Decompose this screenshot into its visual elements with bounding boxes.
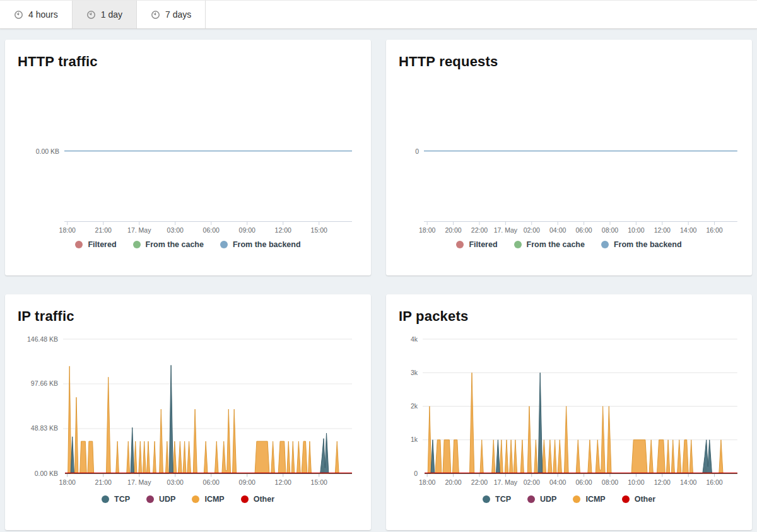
legend-item-icmp[interactable]: ICMP: [192, 495, 224, 504]
x-tick-label: 12:00: [275, 478, 291, 486]
x-tick-label: 20:00: [445, 226, 461, 234]
legend-label: Other: [635, 495, 655, 504]
http-traffic-legend: FilteredFrom the cacheFrom the backend: [16, 240, 360, 249]
legend-item-tcp[interactable]: TCP: [102, 495, 130, 504]
legend-item-filtered[interactable]: Filtered: [456, 240, 497, 249]
legend-label: From the cache: [527, 240, 585, 249]
legend-item-udp[interactable]: UDP: [527, 495, 556, 504]
legend-marker: [622, 495, 630, 503]
legend-item-udp[interactable]: UDP: [146, 495, 175, 504]
tab-4-hours[interactable]: 4 hours: [0, 1, 73, 28]
legend-item-filtered[interactable]: Filtered: [75, 240, 116, 249]
y-tick-label: 0: [414, 470, 418, 477]
x-tick-label: 06:00: [203, 478, 220, 486]
legend-marker: [527, 495, 535, 503]
chart-title-http-requests: HTTP requests: [399, 54, 741, 70]
series-icmp: [65, 366, 352, 473]
x-tick-label: 10:00: [628, 478, 644, 486]
x-tick-label: 18:00: [419, 226, 435, 234]
x-tick-label: 21:00: [95, 226, 112, 234]
legend-marker: [220, 241, 228, 248]
x-tick-label: 08:00: [602, 226, 618, 234]
y-tick-label: 48.83 KB: [31, 424, 58, 432]
legend-marker: [514, 241, 522, 248]
legend-label: Other: [254, 495, 274, 504]
legend-marker: [456, 241, 464, 248]
legend-item-other[interactable]: Other: [241, 495, 274, 504]
legend-item-from-the-backend[interactable]: From the backend: [220, 240, 301, 249]
x-tick-label: 12:00: [654, 226, 671, 234]
legend-label: Filtered: [88, 240, 116, 249]
legend-item-from-the-cache[interactable]: From the cache: [133, 240, 204, 249]
x-tick-label: 12:00: [654, 478, 671, 486]
y-tick-label: 3k: [411, 369, 418, 376]
legend-marker: [483, 495, 490, 503]
legend-label: TCP: [495, 495, 511, 504]
x-tick-label: 06:00: [203, 226, 220, 234]
y-axis-label: 0.00 KB: [36, 147, 59, 155]
tab-label: 7 days: [165, 9, 191, 20]
x-tick-label: 12:00: [275, 226, 291, 234]
legend-label: TCP: [114, 495, 130, 504]
legend-item-from-the-backend[interactable]: From the backend: [601, 240, 682, 249]
legend-label: Filtered: [469, 240, 497, 249]
ip-packets-chart[interactable]: 01k2k3k4k18:0020:0022:0017. May02:0004:0…: [397, 326, 741, 492]
legend-item-icmp[interactable]: ICMP: [573, 495, 605, 504]
legend-marker: [601, 241, 609, 248]
legend-label: From the cache: [146, 240, 204, 249]
panel-http-requests: HTTP requests 18:0020:0022:0017. May02:0…: [386, 40, 752, 275]
legend-marker: [192, 495, 199, 503]
ip-traffic-chart[interactable]: 0.00 KB48.83 KB97.66 KB146.48 KB18:0021:…: [16, 326, 360, 492]
x-tick-label: 15:00: [311, 478, 327, 486]
legend-marker: [146, 495, 154, 503]
x-tick-label: 17. May: [494, 226, 518, 234]
legend-label: From the backend: [614, 240, 682, 249]
ip-packets-legend: TCPUDPICMPOther: [397, 495, 741, 504]
x-tick-label: 16:00: [706, 226, 722, 234]
x-tick-label: 04:00: [549, 226, 566, 234]
legend-label: UDP: [159, 495, 175, 504]
http-requests-chart[interactable]: 18:0020:0022:0017. May02:0004:0006:0008:…: [397, 71, 741, 238]
x-tick-label: 21:00: [95, 478, 112, 486]
x-tick-label: 20:00: [445, 478, 461, 486]
x-tick-label: 09:00: [239, 226, 255, 234]
legend-label: ICMP: [585, 495, 605, 504]
panel-ip-traffic: IP traffic 0.00 KB48.83 KB97.66 KB146.48…: [5, 294, 371, 530]
y-tick-label: 2k: [411, 402, 418, 410]
legend-marker: [133, 241, 141, 248]
time-range-tabbar: 4 hours 1 day 7 days: [0, 0, 757, 29]
tab-label: 4 hours: [28, 9, 58, 20]
x-tick-label: 03:00: [167, 226, 184, 234]
legend-marker: [75, 241, 83, 248]
http-traffic-chart[interactable]: 18:0021:0017. May03:0006:0009:0012:0015:…: [16, 71, 360, 238]
x-tick-label: 15:00: [311, 226, 327, 234]
x-tick-label: 17. May: [127, 226, 151, 234]
legend-label: UDP: [540, 495, 556, 504]
clock-icon: [14, 10, 23, 20]
x-tick-label: 18:00: [59, 478, 76, 486]
panel-http-traffic: HTTP traffic 18:0021:0017. May03:0006:00…: [5, 40, 371, 275]
http-requests-legend: FilteredFrom the cacheFrom the backend: [397, 240, 741, 249]
y-tick-label: 97.66 KB: [31, 379, 58, 387]
legend-item-from-the-cache[interactable]: From the cache: [514, 240, 585, 249]
x-tick-label: 02:00: [524, 226, 540, 234]
legend-label: ICMP: [204, 495, 224, 504]
legend-label: From the backend: [233, 240, 301, 249]
tab-7-days[interactable]: 7 days: [137, 1, 206, 28]
legend-marker: [241, 495, 249, 503]
x-tick-label: 16:00: [706, 478, 722, 486]
panel-ip-packets: IP packets 01k2k3k4k18:0020:0022:0017. M…: [386, 294, 752, 530]
y-axis-label: 0: [415, 147, 419, 155]
tab-1-day[interactable]: 1 day: [73, 1, 137, 28]
x-tick-label: 17. May: [494, 478, 518, 486]
chart-title-ip-packets: IP packets: [399, 308, 741, 325]
y-tick-label: 146.48 KB: [27, 335, 58, 343]
x-tick-label: 04:00: [549, 478, 566, 486]
x-tick-label: 14:00: [680, 226, 696, 234]
x-tick-label: 06:00: [575, 478, 592, 486]
tab-label: 1 day: [101, 9, 122, 20]
clock-icon: [151, 10, 160, 20]
legend-item-other[interactable]: Other: [622, 495, 655, 504]
x-tick-label: 09:00: [239, 478, 255, 486]
legend-item-tcp[interactable]: TCP: [483, 495, 511, 504]
